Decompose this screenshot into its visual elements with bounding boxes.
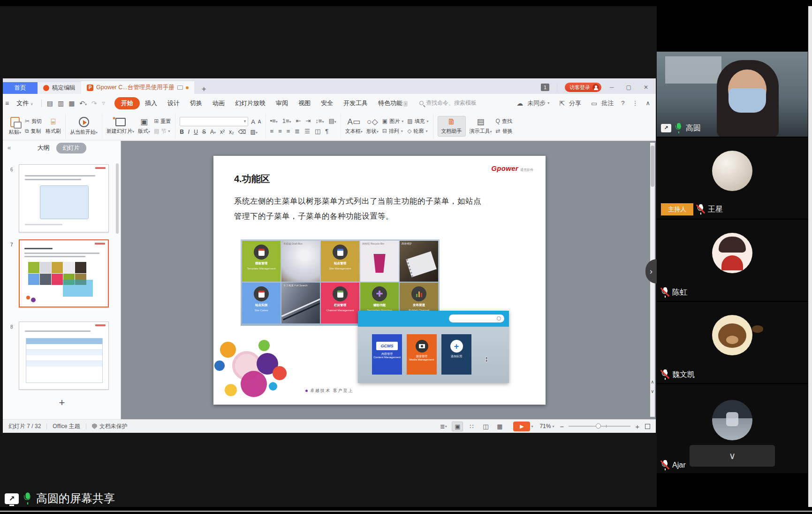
justify-button[interactable]: ≣ <box>295 128 300 135</box>
align-left-button[interactable]: ≡ <box>270 128 274 135</box>
menu-file[interactable]: 文件 ∨ <box>11 97 38 109</box>
picture-button[interactable]: ▣图片▾ <box>382 118 403 125</box>
reset-button[interactable]: ⊞重置 <box>154 118 171 125</box>
shape-button[interactable]: ○◇ 形状▾ <box>366 118 379 135</box>
layout-button[interactable]: ▣ 版式▾ <box>138 118 150 135</box>
tab-design-doc[interactable]: 稿定编辑 <box>38 82 81 94</box>
share-button[interactable]: ⇱ 分享 <box>557 99 581 107</box>
align-center-button[interactable]: ≡ <box>278 128 282 135</box>
fill-button[interactable]: ▨填充▾ <box>407 118 428 125</box>
outdent-button[interactable]: ⇤ <box>296 117 301 124</box>
font-family-select[interactable] <box>180 117 248 126</box>
present-tools-button[interactable]: ▤ 演示工具▾ <box>470 118 492 135</box>
zoom-out-button[interactable]: − <box>560 422 564 430</box>
print-icon[interactable]: ▥ <box>58 100 64 107</box>
slide-thumbnail-6[interactable] <box>19 164 109 232</box>
minimize-button[interactable]: ─ <box>606 84 618 91</box>
slide-thumbnail-8[interactable] <box>19 322 109 390</box>
section-button[interactable]: ▤节▾ <box>154 128 171 135</box>
panel-scrollbar[interactable] <box>808 6 812 507</box>
more-quick-icon[interactable]: ▽ <box>102 101 105 105</box>
show-comments-button[interactable]: ▦ <box>494 422 505 431</box>
redo-icon[interactable]: ↷ <box>91 100 97 107</box>
notes-button[interactable]: ≣▾ <box>438 422 449 431</box>
tab-outline[interactable]: 大纲 <box>38 144 50 152</box>
more-menu-icon[interactable]: ⋮ <box>632 100 638 107</box>
find-button[interactable]: Q查找 <box>496 118 513 125</box>
sorter-view-button[interactable]: ∷ <box>466 422 477 431</box>
window-count-badge[interactable]: 1 <box>541 84 549 91</box>
guest-login-button[interactable]: 访客登录 <box>565 83 601 92</box>
tab-current-doc[interactable]: P Gpower C...台管理员使用手册 <box>81 81 194 94</box>
play-options-caret[interactable]: ▾ <box>531 424 533 429</box>
play-from-current-button[interactable]: 从当前开始▾ <box>70 117 98 136</box>
zoom-in-button[interactable]: + <box>635 422 639 430</box>
undo-icon[interactable]: ↶▾ <box>79 100 87 107</box>
next-slide-arrow[interactable]: ∨ <box>650 389 655 394</box>
doc-assistant-button[interactable]: 🗎 文档助手 <box>438 116 466 137</box>
collapse-ribbon-icon[interactable]: ∧ <box>645 100 650 107</box>
print-preview-icon[interactable]: ▦ <box>68 100 75 107</box>
font-shrink-button[interactable]: A <box>258 119 261 124</box>
underline-button[interactable]: U <box>194 129 198 135</box>
theme-label[interactable]: Office 主题 <box>53 422 80 430</box>
menu-home[interactable]: 开始 <box>114 97 140 109</box>
menu-devtools[interactable]: 开发工具 <box>338 97 373 109</box>
font-grow-button[interactable]: A <box>251 118 255 125</box>
text-direction-button[interactable]: ▤▾ <box>328 117 336 124</box>
close-button[interactable]: ✕ <box>640 84 652 91</box>
normal-view-button[interactable]: ▣ <box>452 422 463 431</box>
menu-animation[interactable]: 动画 <box>207 97 230 109</box>
outline-button[interactable]: ◇轮廓▾ <box>407 128 428 135</box>
distribute-button[interactable]: ☰ <box>304 128 310 135</box>
hamburger-icon[interactable]: ≡ <box>5 100 9 107</box>
prev-slide-arrow[interactable]: ∧ <box>650 379 655 384</box>
menu-review[interactable]: 审阅 <box>271 97 293 109</box>
protection-label[interactable]: 文档未保护 <box>99 422 128 430</box>
participant-tile[interactable]: 魏文凯 <box>657 302 808 383</box>
save-icon[interactable]: ▤ <box>47 100 53 107</box>
slideshow-play-button[interactable]: ▶ <box>513 422 530 431</box>
zoom-slider-knob[interactable] <box>596 423 601 429</box>
canvas-scrollbar-thumb[interactable] <box>651 146 654 187</box>
superscript-button[interactable]: x² <box>220 129 225 135</box>
line-spacing-button[interactable]: ↕≡▾ <box>315 117 324 124</box>
subscript-button[interactable]: x₂ <box>229 129 234 135</box>
bullets-button[interactable]: •≡▾ <box>270 117 278 124</box>
menu-view[interactable]: 视图 <box>293 97 316 109</box>
columns-button[interactable]: ◫ <box>315 128 320 135</box>
comment-button[interactable]: ▭ 批注 <box>589 99 614 107</box>
new-tab-button[interactable]: + <box>194 84 214 94</box>
bold-button[interactable]: B <box>180 129 184 135</box>
paste-button[interactable]: 粘贴▾ <box>9 117 21 136</box>
arrange-button[interactable]: ⊟排列▾ <box>382 128 403 135</box>
numbering-button[interactable]: 1≡▾ <box>282 117 291 124</box>
indent-button[interactable]: ⇥ <box>305 117 311 124</box>
tab-slides[interactable]: 幻灯片 <box>56 143 86 153</box>
reading-view-button[interactable]: ◫ <box>480 422 491 431</box>
menu-slideshow[interactable]: 幻灯片放映 <box>230 97 271 109</box>
new-slide-button[interactable]: 新建幻灯片▾ <box>106 118 134 135</box>
clear-format-button[interactable]: ⌫ <box>238 129 246 135</box>
tab-home[interactable]: 首页 <box>3 82 38 94</box>
zoom-percent[interactable]: 71% <box>539 423 551 430</box>
strikethrough-button[interactable]: S <box>202 129 206 135</box>
menu-transitions[interactable]: 切换 <box>185 97 207 109</box>
help-button[interactable]: ? <box>621 100 624 107</box>
menu-special-features[interactable]: 特色功能› <box>373 97 413 109</box>
fullscreen-button[interactable] <box>645 424 650 429</box>
replace-button[interactable]: ⇄替换 <box>496 128 513 135</box>
highlight-button[interactable]: ▨▾ <box>250 129 258 135</box>
slide-canvas[interactable]: Gpower通元软件 4.功能区 系统左侧的主菜单以树形菜单方式列出了当前主功能… <box>213 156 546 405</box>
menu-insert[interactable]: 插入 <box>140 97 162 109</box>
thumbnail-scrollbar[interactable] <box>116 163 119 234</box>
format-painter-button[interactable]: ⌸ 格式刷 <box>46 118 61 135</box>
align-right-button[interactable]: ≡ <box>287 128 290 135</box>
copy-button[interactable]: ⧉复制 <box>25 128 42 135</box>
paragraph-dialog-button[interactable]: ¶ <box>325 128 328 135</box>
collapse-participants-button[interactable]: ∨ <box>690 445 775 467</box>
slide-thumbnail-7-selected[interactable] <box>19 239 109 307</box>
sync-status-button[interactable]: ☁ 未同步▾ <box>514 99 549 107</box>
add-slide-button[interactable]: + <box>3 397 121 409</box>
font-color-button[interactable]: A▾ <box>210 129 216 135</box>
